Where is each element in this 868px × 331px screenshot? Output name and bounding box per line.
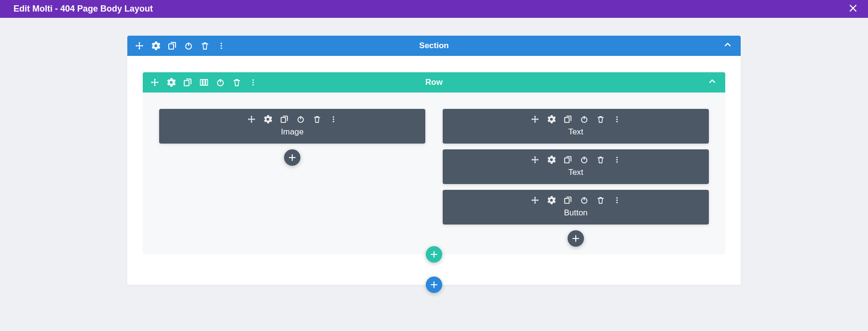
trash-icon[interactable] xyxy=(596,196,605,204)
chevron-up-icon xyxy=(723,40,732,49)
module-toolbar xyxy=(448,115,704,123)
more-icon[interactable] xyxy=(612,115,621,123)
trash-icon[interactable] xyxy=(596,155,605,164)
row-body: Image Text Text xyxy=(143,93,725,254)
module-toolbar xyxy=(448,155,704,164)
power-icon[interactable] xyxy=(296,115,305,123)
duplicate-icon[interactable] xyxy=(563,196,572,204)
plus-icon xyxy=(288,154,296,161)
module-block[interactable]: Text xyxy=(443,149,709,184)
section-toolbar xyxy=(127,41,226,50)
gear-icon[interactable] xyxy=(547,115,556,123)
top-bar: Edit Molti - 404 Page Body Layout xyxy=(0,0,868,18)
module-label: Text xyxy=(448,127,704,137)
plus-icon xyxy=(430,281,438,289)
gear-icon[interactable] xyxy=(167,78,176,87)
collapse-section-button[interactable] xyxy=(723,40,732,51)
add-row-button[interactable] xyxy=(426,246,442,263)
gear-icon[interactable] xyxy=(151,41,160,50)
add-module-button[interactable] xyxy=(284,149,300,166)
duplicate-icon[interactable] xyxy=(183,78,192,87)
power-icon[interactable] xyxy=(580,155,588,164)
trash-icon[interactable] xyxy=(232,78,241,87)
module-block[interactable]: Button xyxy=(443,190,709,225)
add-section-button[interactable] xyxy=(426,277,442,293)
module-label: Image xyxy=(164,127,420,137)
power-icon[interactable] xyxy=(216,78,225,87)
gear-icon[interactable] xyxy=(547,155,556,164)
row-label: Row xyxy=(425,78,443,87)
move-icon[interactable] xyxy=(530,196,539,204)
plus-icon xyxy=(572,235,580,242)
trash-icon[interactable] xyxy=(596,115,605,123)
duplicate-icon[interactable] xyxy=(168,41,176,50)
close-button[interactable] xyxy=(847,2,859,16)
trash-icon[interactable] xyxy=(201,41,209,50)
column: Text Text Button xyxy=(443,109,709,247)
gear-icon[interactable] xyxy=(263,115,272,123)
move-icon[interactable] xyxy=(530,155,539,164)
more-icon[interactable] xyxy=(329,115,338,123)
duplicate-icon[interactable] xyxy=(563,155,572,164)
more-icon[interactable] xyxy=(612,155,621,164)
chevron-up-icon xyxy=(708,77,717,86)
power-icon[interactable] xyxy=(184,41,193,50)
module-block[interactable]: Image xyxy=(159,109,425,144)
power-icon[interactable] xyxy=(580,196,588,204)
duplicate-icon[interactable] xyxy=(563,115,572,123)
row-header[interactable]: Row xyxy=(143,72,725,93)
move-icon[interactable] xyxy=(150,78,159,87)
gear-icon[interactable] xyxy=(547,196,556,204)
power-icon[interactable] xyxy=(580,115,588,123)
module-block[interactable]: Text xyxy=(443,109,709,144)
page-title: Edit Molti - 404 Page Body Layout xyxy=(14,4,153,14)
duplicate-icon[interactable] xyxy=(280,115,288,123)
collapse-row-button[interactable] xyxy=(708,77,717,88)
more-icon[interactable] xyxy=(217,41,226,50)
module-label: Text xyxy=(448,168,704,177)
module-label: Button xyxy=(448,208,704,218)
row-toolbar xyxy=(143,78,258,87)
module-toolbar xyxy=(164,115,420,123)
section-body: Row Image Text xyxy=(127,56,741,285)
section-header[interactable]: Section xyxy=(127,36,741,56)
move-icon[interactable] xyxy=(247,115,256,123)
close-icon xyxy=(849,4,857,13)
move-icon[interactable] xyxy=(135,41,144,50)
module-toolbar xyxy=(448,196,704,204)
move-icon[interactable] xyxy=(530,115,539,123)
columns-icon[interactable] xyxy=(200,78,208,87)
column: Image xyxy=(159,109,425,247)
section-label: Section xyxy=(419,41,448,51)
more-icon[interactable] xyxy=(249,78,258,87)
add-module-button[interactable] xyxy=(568,230,584,247)
more-icon[interactable] xyxy=(612,196,621,204)
trash-icon[interactable] xyxy=(312,115,321,123)
plus-icon xyxy=(430,251,438,258)
